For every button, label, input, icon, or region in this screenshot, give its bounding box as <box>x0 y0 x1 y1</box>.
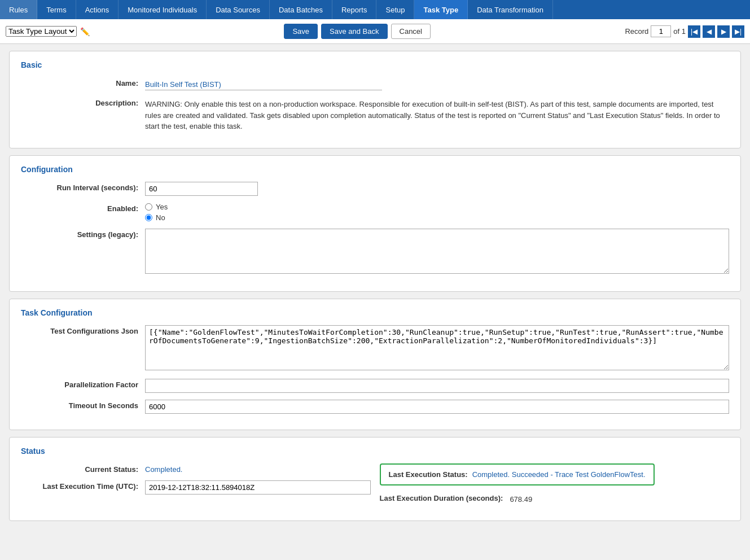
nav-item-reports[interactable]: Reports <box>332 0 377 19</box>
last-exec-status-value: Completed. Succeeded - Trace Test Golden… <box>472 470 646 479</box>
last-exec-time-input[interactable] <box>145 480 371 495</box>
description-value: WARNING: Only enable this test on a non-… <box>145 97 729 132</box>
basic-section: Basic Name: Description: WARNING: Only e… <box>9 51 741 148</box>
task-config-title: Task Configuration <box>21 308 729 317</box>
test-configs-row: Test Configurations Json [{"Name":"Golde… <box>21 325 729 372</box>
enabled-row: Enabled: Yes No <box>21 203 729 222</box>
parallelization-input[interactable] <box>145 379 729 393</box>
description-label: Description: <box>21 97 145 107</box>
enabled-no-radio[interactable] <box>145 214 152 221</box>
run-interval-input[interactable] <box>145 182 258 196</box>
nav-item-terms[interactable]: Terms <box>37 0 76 19</box>
nav-item-task-type[interactable]: Task Type <box>414 0 468 19</box>
name-row: Name: <box>21 77 729 90</box>
nav-next-button[interactable]: ▶ <box>717 25 730 38</box>
test-configs-textarea[interactable]: [{"Name":"GoldenFlowTest","MinutesToWait… <box>145 325 729 370</box>
current-status-label: Current Status: <box>21 463 145 474</box>
enabled-radio-group: Yes No <box>145 203 168 222</box>
cancel-button[interactable]: Cancel <box>391 24 431 39</box>
nav-item-actions[interactable]: Actions <box>76 0 119 19</box>
enabled-no-option[interactable]: No <box>145 213 168 222</box>
enabled-label: Enabled: <box>21 203 145 213</box>
save-button[interactable]: Save <box>284 24 318 39</box>
timeout-label: Timeout In Seconds <box>21 400 145 410</box>
task-configuration-section: Task Configuration Test Configurations J… <box>9 299 741 430</box>
enabled-yes-option[interactable]: Yes <box>145 203 168 211</box>
last-exec-time-row: Last Execution Time (UTC): <box>21 480 371 495</box>
configuration-title: Configuration <box>21 165 729 174</box>
of-label: of 1 <box>673 27 686 36</box>
last-exec-duration-row: Last Execution Duration (seconds): 678.4… <box>380 492 730 505</box>
nav-item-rules[interactable]: Rules <box>0 0 37 19</box>
enabled-yes-label: Yes <box>156 203 168 211</box>
enabled-no-label: No <box>156 213 165 222</box>
enabled-yes-radio[interactable] <box>145 203 152 211</box>
last-exec-duration-value: 678.49 <box>510 492 729 505</box>
nav-item-data-batches[interactable]: Data Batches <box>270 0 332 19</box>
nav-last-button[interactable]: ▶| <box>732 25 744 38</box>
parallelization-row: Parallelization Factor <box>21 379 729 393</box>
run-interval-label: Run Interval (seconds): <box>21 182 145 192</box>
parallelization-label: Parallelization Factor <box>21 379 145 389</box>
current-status-value: Completed. <box>145 463 371 474</box>
save-back-button[interactable]: Save and Back <box>321 24 387 39</box>
nav-item-data-sources[interactable]: Data Sources <box>207 0 270 19</box>
last-exec-status-label: Last Execution Status: <box>389 470 468 479</box>
record-label: Record <box>625 27 648 36</box>
nav-item-setup[interactable]: Setup <box>376 0 414 19</box>
status-section: Status Current Status: Completed. Last E… <box>9 437 741 522</box>
toolbar-actions: Save Save and Back Cancel <box>284 24 431 39</box>
name-label: Name: <box>21 77 145 88</box>
nav-item-monitored-individuals[interactable]: Monitored Individuals <box>119 0 207 19</box>
status-title: Status <box>21 447 729 456</box>
timeout-input[interactable] <box>145 400 729 414</box>
last-exec-duration-label: Last Execution Duration (seconds): <box>380 492 510 502</box>
status-left: Current Status: Completed. Last Executio… <box>21 463 371 512</box>
last-exec-time-label: Last Execution Time (UTC): <box>21 480 145 491</box>
edit-icon[interactable]: ✏️ <box>80 27 90 36</box>
configuration-section: Configuration Run Interval (seconds): En… <box>9 155 741 292</box>
nav-item-data-transformation[interactable]: Data Transformation <box>468 0 553 19</box>
settings-label: Settings (legacy): <box>21 229 145 239</box>
basic-title: Basic <box>21 60 729 69</box>
toolbar: Task Type Layout ✏️ Save Save and Back C… <box>0 19 750 44</box>
last-exec-status-box: Last Execution Status: Completed. Succee… <box>380 463 655 485</box>
nav-first-button[interactable]: |◀ <box>688 25 700 38</box>
toolbar-left: Task Type Layout ✏️ <box>6 26 90 37</box>
layout-select[interactable]: Task Type Layout <box>6 26 77 37</box>
nav-prev-button[interactable]: ◀ <box>703 25 715 38</box>
main-content: Basic Name: Description: WARNING: Only e… <box>0 44 750 528</box>
timeout-row: Timeout In Seconds <box>21 400 729 414</box>
test-configs-label: Test Configurations Json <box>21 325 145 335</box>
name-value <box>145 77 729 90</box>
name-input[interactable] <box>145 79 382 90</box>
settings-row: Settings (legacy): <box>21 229 729 275</box>
toolbar-right: Record of 1 |◀ ◀ ▶ ▶| <box>625 25 744 38</box>
current-status-row: Current Status: Completed. <box>21 463 371 474</box>
settings-textarea[interactable] <box>145 229 729 274</box>
description-row: Description: WARNING: Only enable this t… <box>21 97 729 132</box>
top-nav: Rules Terms Actions Monitored Individual… <box>0 0 750 19</box>
run-interval-row: Run Interval (seconds): <box>21 182 729 196</box>
status-grid: Current Status: Completed. Last Executio… <box>21 463 729 512</box>
record-input[interactable] <box>651 25 671 37</box>
status-right: Last Execution Status: Completed. Succee… <box>380 463 730 512</box>
